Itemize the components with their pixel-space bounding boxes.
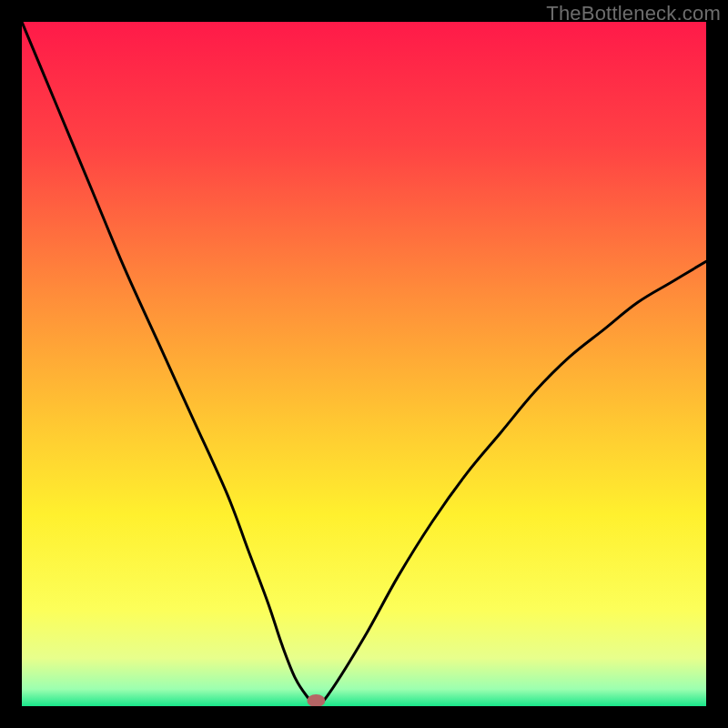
watermark-text: TheBottleneck.com	[546, 2, 721, 25]
plot-area	[22, 22, 706, 706]
bottleneck-chart	[22, 22, 706, 706]
gradient-background	[22, 22, 706, 706]
chart-frame: TheBottleneck.com	[0, 0, 728, 728]
